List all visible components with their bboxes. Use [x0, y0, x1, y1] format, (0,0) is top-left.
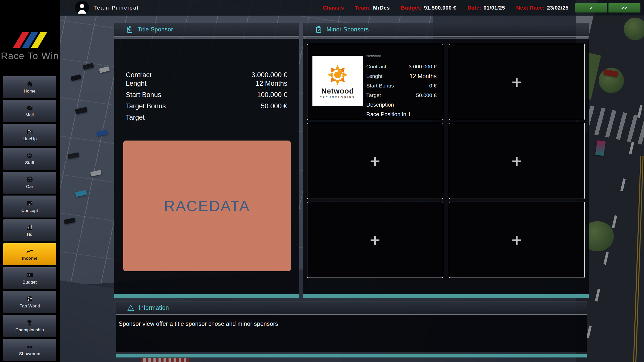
panel-title: Title Sponsor	[138, 26, 173, 33]
plus-icon: +	[369, 154, 381, 168]
stat-label: Next Race:	[516, 5, 545, 11]
field-row: Target	[126, 113, 287, 122]
plus-icon: +	[511, 75, 523, 89]
parked-car	[64, 218, 76, 224]
stat-label: Team:	[355, 5, 371, 11]
steering-wheel-icon	[26, 176, 33, 183]
top-bar: Team Principal Chassis Team: MrDes Budge…	[60, 0, 644, 16]
sidebar-item-car[interactable]: Car	[3, 171, 56, 194]
empty-sponsor-slot[interactable]: +	[307, 202, 443, 278]
clipboard-check-icon	[315, 26, 323, 33]
sidebar-item-lineup[interactable]: LineUp	[3, 124, 56, 146]
yellow-road-line	[635, 156, 644, 362]
parked-car	[90, 170, 102, 176]
sidebar-item-hq[interactable]: Hq	[3, 219, 56, 242]
sidebar-item-label: Showroom	[19, 351, 40, 356]
skip-button[interactable]: >>	[608, 3, 640, 13]
sidebar-item-label: Championship	[15, 328, 44, 333]
logo-text: Race To Win	[0, 51, 60, 61]
sidebar-item-staff[interactable]: Staff	[3, 148, 56, 170]
parked-car	[83, 63, 94, 70]
mail-icon	[26, 104, 33, 111]
title-sponsor-panel: Title Sponsor Contract 3.000.000 € Lengh…	[114, 23, 299, 294]
sidebar-item-mail[interactable]: Mail	[3, 100, 56, 122]
globe-icon	[26, 295, 33, 302]
budget-stat: Budget: 91.500.000 €	[401, 5, 456, 11]
panel-header: Minor Sponsors	[303, 23, 589, 37]
field-row: Start Bonus 0 €	[366, 81, 437, 90]
finish-flag-icon	[26, 128, 33, 135]
sponsor-card-netwood[interactable]: Netwood TECHNOLOGIES Netwood Contract 3.…	[307, 44, 443, 120]
field-label: Contract	[366, 62, 386, 71]
empty-sponsor-slot[interactable]: +	[449, 44, 585, 120]
home-icon	[26, 80, 33, 87]
sidebar-item-label: Mail	[26, 113, 34, 118]
team-stat: Team: MrDes	[355, 5, 390, 11]
field-label: Target Bonus	[126, 102, 166, 110]
sponsor-card-logo: Netwood TECHNOLOGIES	[312, 56, 363, 106]
sidebar-item-concept[interactable]: Concept	[3, 195, 56, 218]
banknote-icon: $	[26, 272, 33, 279]
logo-stripes-icon	[0, 32, 60, 48]
sidebar-item-income[interactable]: Income	[3, 243, 56, 265]
parked-car	[99, 66, 110, 73]
sidebar-item-label: Concept	[21, 208, 38, 213]
plus-icon: +	[511, 154, 523, 168]
title-sponsor-logo-text: RACEDATA	[164, 197, 250, 215]
field-label: Start Bonus	[366, 81, 394, 90]
stat-label: Date:	[467, 5, 481, 11]
empty-sponsor-slot[interactable]: +	[449, 123, 585, 199]
title-sponsor-logo[interactable]: RACEDATA	[123, 141, 291, 271]
field-value: 50.000 €	[261, 102, 287, 110]
empty-sponsor-slot[interactable]: +	[449, 202, 585, 278]
sidebar-item-budget[interactable]: $ Budget	[3, 267, 56, 289]
field-row: Target 50.000 €	[366, 90, 437, 100]
sun-icon	[326, 63, 349, 86]
teal-divider	[114, 294, 299, 298]
id-badge-icon	[126, 26, 134, 33]
line-chart-icon	[26, 248, 33, 255]
parked-car	[68, 152, 79, 159]
minor-sponsors-panel: Minor Sponsors	[303, 23, 589, 294]
description-label: Description	[366, 100, 437, 110]
sidebar-item-label: LineUp	[23, 137, 37, 142]
sunglasses-icon	[26, 343, 33, 350]
billboard	[595, 140, 606, 156]
info-text: Sponsor view offer a title sponsor chose…	[116, 315, 587, 327]
field-row: Contract 3.000.000 €	[126, 71, 287, 79]
sidebar-item-label: Staff	[25, 160, 34, 165]
person-icon	[75, 1, 89, 15]
top-bar-stats: Chassis Team: MrDes Budget: 91.500.000 €…	[323, 3, 640, 13]
sidebar-item-championship[interactable]: Championship	[3, 315, 56, 337]
empty-sponsor-slot[interactable]: +	[307, 123, 443, 199]
blueprint-icon	[26, 200, 33, 207]
striped-awning	[141, 358, 189, 362]
tree	[599, 68, 624, 93]
sidebar-item-fan-world[interactable]: Fan World	[3, 291, 56, 313]
stat-value: 23/02/25	[547, 5, 569, 11]
field-row: Lenght 12 Months	[126, 79, 287, 88]
sidebar-item-home[interactable]: Home	[3, 76, 56, 98]
field-value: 3.000.000 €	[409, 62, 437, 71]
sidebar-item-label: Income	[22, 256, 37, 261]
sidebar-item-label: Fan World	[19, 304, 40, 309]
panel-body: Netwood TECHNOLOGIES Netwood Contract 3.…	[303, 38, 589, 295]
panel-body: Sponsor view offer a title sponsor chose…	[116, 315, 587, 352]
date-stat: Date: 01/01/25	[467, 5, 505, 11]
sidebar-item-showroom[interactable]: Showroom	[3, 339, 56, 361]
field-value: 12 Months	[256, 79, 287, 88]
panel-header: ? Information	[116, 301, 587, 315]
next-race-stat: Next Race: 23/02/25	[516, 5, 569, 11]
teal-divider	[303, 294, 589, 298]
avatar[interactable]	[75, 1, 89, 15]
information-panel: ? Information Sponsor view offer a title…	[116, 301, 587, 354]
plus-icon: +	[511, 233, 523, 247]
sponsor-card-fields: Contract 3.000.000 € Lenght 12 Months St…	[366, 62, 437, 119]
time-advance-buttons: > >>	[575, 3, 640, 13]
advance-button[interactable]: >	[575, 3, 607, 13]
stat-value: MrDes	[373, 5, 390, 11]
panel-header: Title Sponsor	[114, 23, 299, 37]
plus-icon: +	[369, 233, 381, 247]
field-label: Target	[366, 90, 381, 100]
sidebar-item-label: Home	[24, 89, 36, 94]
